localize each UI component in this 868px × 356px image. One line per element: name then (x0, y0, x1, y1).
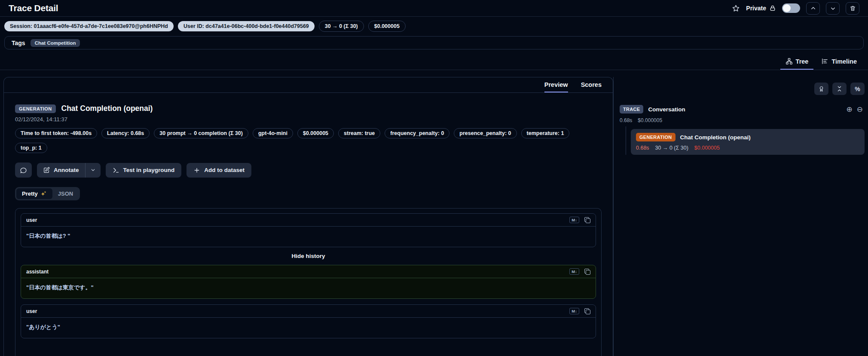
tree-children: GENERATION Chat Completion (openai) 0.68… (631, 129, 865, 155)
playground-label: Test in playground (123, 167, 175, 173)
tab-scores[interactable]: Scores (581, 81, 602, 92)
generation-node-selected[interactable]: GENERATION Chat Completion (openai) 0.68… (631, 129, 865, 155)
cost-badge: $0.000005 (368, 21, 406, 32)
generation-cost: $0.000005 (694, 145, 720, 151)
prev-trace-button[interactable] (806, 2, 820, 15)
annotate-label: Annotate (54, 167, 79, 173)
metric-pill: 30 prompt → 0 completion (Σ 30) (154, 128, 248, 138)
generation-node-metrics: 0.68s 30 → 0 (Σ 30) $0.000005 (636, 145, 859, 151)
content-area: Preview Scores GENERATION Chat Completio… (0, 77, 868, 356)
trace-cost: $0.000005 (638, 117, 662, 123)
trace-latency: 0.68s (620, 117, 632, 123)
trash-icon (850, 5, 856, 12)
metric-pill: frequency_penalty: 0 (385, 128, 449, 138)
trace-metrics: 0.68s $0.000005 (614, 117, 865, 123)
trace-type-badge: TRACE (620, 105, 643, 114)
bookmark-star-button[interactable] (732, 4, 740, 12)
privacy-toggle[interactable] (782, 3, 800, 13)
top-header: Trace Detail Private (0, 0, 868, 17)
markdown-toggle-icon[interactable]: M↓ (569, 268, 579, 275)
award-icon (818, 86, 825, 92)
message-tools: M↓ (569, 308, 590, 314)
next-trace-button[interactable] (826, 2, 840, 15)
json-toggle[interactable]: JSON (52, 188, 79, 199)
trace-title: Conversation (648, 106, 685, 113)
actions-row: Annotate Test in playground (15, 163, 602, 178)
pretty-toggle[interactable]: Pretty (16, 188, 52, 199)
add-to-dataset-label: Add to dataset (204, 167, 245, 173)
privacy-label: Private (746, 5, 766, 12)
annotate-button[interactable]: Annotate (37, 163, 85, 178)
tags-row[interactable]: Tags Chat Competition (4, 36, 864, 49)
format-toggle: Pretty JSON (15, 187, 80, 200)
generation-node-badge: GENERATION (636, 133, 675, 141)
message-content: "日本の首都は東京です。" (21, 278, 596, 298)
message-role: user (26, 308, 37, 314)
delete-trace-button[interactable] (846, 2, 859, 15)
tab-timeline-label: Timeline (831, 58, 857, 65)
terminal-icon (113, 167, 119, 174)
io-preview-container: user M↓ "日本の首都は? " Hide history assistan… (15, 208, 602, 356)
annotate-split-button: Annotate (37, 163, 101, 178)
message-role: user (26, 217, 37, 223)
expand-all-icon[interactable]: ⊕ (847, 106, 853, 113)
percent-icon: % (855, 86, 860, 92)
message-content: "ありがとう" (21, 318, 596, 338)
session-badge[interactable]: Session: 01aaacf6-e0fe-457d-a7de-7c1ee08… (4, 21, 174, 31)
copy-icon[interactable] (584, 269, 590, 275)
tag-chip[interactable]: Chat Competition (31, 39, 80, 47)
tree-toolbar: % (614, 83, 865, 95)
header-controls: Private (732, 2, 859, 15)
message-header: assistant M↓ (21, 265, 596, 278)
message-role: assistant (26, 269, 49, 275)
collapse-all-button[interactable] (832, 83, 847, 95)
metric-pill: Time to first token: -498.00s (15, 128, 97, 138)
hide-history-button[interactable]: Hide history (21, 253, 596, 259)
message-box-user-1: user M↓ "日本の首都は? " (21, 213, 596, 247)
tab-timeline[interactable]: Timeline (816, 55, 862, 70)
comment-button[interactable] (15, 163, 32, 178)
pretty-label: Pretty (22, 190, 38, 197)
trace-tree-panel: % TRACE Conversation ⊕ ⊖ 0.68s $0.000005… (613, 77, 868, 356)
observation-title-row: GENERATION Chat Completion (openai) (15, 104, 602, 113)
privacy-label-group: Private (746, 5, 776, 12)
add-to-dataset-button[interactable]: Add to dataset (186, 163, 251, 178)
page-title: Trace Detail (9, 3, 58, 13)
collapse-node-icon[interactable]: ⊖ (857, 106, 863, 113)
generation-type-badge: GENERATION (15, 104, 56, 113)
chevron-down-icon (830, 5, 836, 12)
message-header: user M↓ (21, 305, 596, 318)
lock-icon (769, 5, 776, 12)
user-id-badge[interactable]: User ID: dc47a41e-06bc-400d-bde1-f0e440d… (178, 21, 315, 31)
markdown-toggle-icon[interactable]: M↓ (569, 217, 579, 223)
timeline-icon (821, 58, 828, 65)
generation-tokens: 30 → 0 (Σ 30) (655, 145, 688, 151)
observation-title: Chat Completion (openai) (61, 104, 153, 113)
tab-tree[interactable]: Tree (780, 55, 814, 70)
generation-node-header: GENERATION Chat Completion (openai) (636, 133, 859, 141)
annotate-dropdown-button[interactable] (86, 163, 101, 178)
sparkles-icon (40, 190, 47, 197)
copy-icon[interactable] (584, 308, 590, 314)
markdown-toggle-icon[interactable]: M↓ (569, 308, 579, 314)
metric-pill: gpt-4o-mini (253, 128, 293, 138)
observation-body: GENERATION Chat Completion (openai) 02/1… (4, 93, 613, 356)
message-box-assistant: assistant M↓ "日本の首都は東京です。" (21, 265, 596, 299)
fold-vertical-icon (836, 86, 843, 92)
copy-icon[interactable] (584, 217, 590, 223)
tab-preview[interactable]: Preview (544, 81, 568, 92)
comment-bubble-icon (20, 166, 27, 174)
metric-pill: temperature: 1 (521, 128, 570, 138)
metric-pills-row-2: top_p: 1 (15, 143, 602, 153)
scores-toggle-button[interactable] (814, 83, 828, 95)
toggle-knob (783, 4, 791, 12)
metrics-toggle-button[interactable]: % (850, 83, 865, 95)
metric-pill: Latency: 0.68s (101, 128, 150, 138)
trace-node-row[interactable]: TRACE Conversation ⊕ ⊖ (614, 105, 865, 114)
tree-expand-controls: ⊕ ⊖ (847, 106, 865, 113)
metric-pills-row: Time to first token: -498.00s Latency: 0… (15, 128, 602, 138)
json-label: JSON (58, 190, 73, 197)
test-in-playground-button[interactable]: Test in playground (106, 163, 182, 178)
metric-pill: stream: true (338, 128, 380, 138)
trace-meta-badges: Session: 01aaacf6-e0fe-457d-a7de-7c1ee08… (0, 17, 868, 34)
